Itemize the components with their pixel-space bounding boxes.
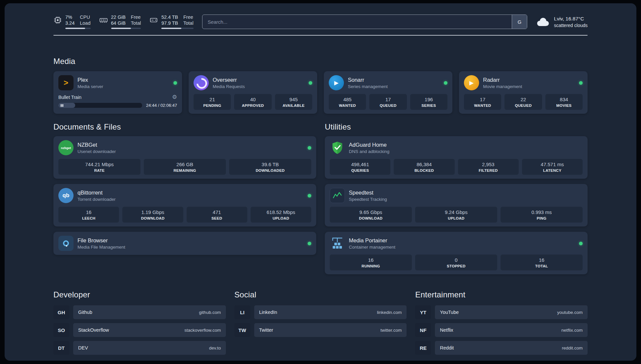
stat-tile-blocked: 86,384 BLOCKED	[394, 159, 454, 175]
search-input[interactable]	[202, 15, 512, 29]
bookmarks-grid: Developer GH Github github.com SO StackO…	[53, 290, 588, 359]
app-card-speedtest[interactable]: Speedtest Speedtest Tracking 9.65 Gbps D…	[325, 184, 588, 227]
cpu-widget: 7% CPU 3.24 Load	[53, 15, 91, 29]
plex-now-playing: Bullet Train ⚙ 24:44 / 02:06:47	[58, 94, 177, 108]
app-subtitle: Container management	[349, 245, 395, 250]
bookmark-reddit[interactable]: RE Reddit reddit.com	[415, 341, 588, 355]
bookmark-url: linkedin.com	[377, 310, 402, 315]
disk-total-value: 97.9 TB	[161, 20, 178, 26]
stat-tile-approved: 40 APPROVED	[234, 94, 271, 110]
weather-widget: Lviv, 16.87°C scattered clouds	[536, 16, 588, 28]
speedtest-icon	[330, 188, 345, 203]
cpu-progress-bar	[65, 28, 91, 29]
app-card-sonarr[interactable]: ▶ Sonarr Series management 485 WANTED 17…	[324, 71, 452, 114]
media-card-grid: > Plex Media server Bullet Train ⚙	[53, 71, 588, 114]
bookmark-url: github.com	[199, 310, 221, 315]
disk-widget: 52.4 TB Free 97.9 TB Total	[149, 15, 193, 29]
app-subtitle: Movie management	[483, 84, 522, 89]
app-name: Media Portainer	[349, 237, 395, 244]
app-subtitle: Series management	[348, 84, 388, 89]
bookmark-netflix[interactable]: NF Netflix netflix.com	[415, 323, 588, 337]
app-card-radarr[interactable]: ▶ Radarr Movie management 17 WANTED 22 Q…	[459, 71, 588, 114]
bookmark-name: LinkedIn	[259, 310, 277, 315]
portainer-icon	[330, 236, 345, 251]
stat-tile-remaining: 266 GB REMAINING	[144, 159, 226, 175]
app-name: Overseerr	[213, 77, 245, 83]
bookmarks-social: Social LI LinkedIn linkedin.com TW Twitt…	[234, 290, 407, 359]
bookmark-name: DEV	[78, 345, 88, 350]
radarr-icon: ▶	[464, 75, 479, 90]
qbittorrent-icon: qb	[58, 188, 74, 203]
ram-icon	[99, 16, 108, 24]
app-subtitle: Media Requests	[213, 84, 245, 89]
bookmark-name: Netflix	[440, 327, 453, 333]
app-card-qbittorrent[interactable]: qb qBittorrent Torrent downloader 16 LEE…	[53, 184, 316, 227]
nzbget-icon: nzbget	[58, 140, 74, 155]
bookmark-youtube[interactable]: YT YouTube youtube.com	[415, 305, 588, 319]
ram-total-value: 64 GiB	[111, 20, 126, 26]
bookmark-name: Reddit	[440, 345, 454, 350]
bookmark-linkedin[interactable]: LI LinkedIn linkedin.com	[234, 305, 407, 319]
app-subtitle: DNS and adblocking	[349, 149, 389, 154]
stat-tile-queued: 17 QUEUED	[369, 94, 407, 110]
stat-tile-wanted: 485 WANTED	[329, 94, 366, 110]
ram-widget: 22 GiB Free 64 GiB Total	[99, 15, 141, 29]
bookmark-abbr: SO	[53, 323, 69, 337]
cloud-icon	[536, 17, 550, 27]
stat-tile-running: 16 RUNNING	[330, 255, 412, 270]
disk-total-label: Total	[183, 20, 194, 26]
app-card-portainer[interactable]: Media Portainer Container management 16 …	[325, 232, 588, 274]
stat-tile-rate: 744.21 Mbps RATE	[58, 159, 140, 175]
bookmark-url: dev.to	[209, 346, 221, 350]
search-engine-button[interactable]: G	[512, 15, 527, 29]
bookmark-twitter[interactable]: TW Twitter twitter.com	[234, 323, 407, 337]
bookmark-abbr: DT	[53, 341, 69, 355]
app-name: NZBGet	[77, 142, 116, 148]
app-card-nzbget[interactable]: nzbget NZBGet Usenet downloader 744.21 M…	[53, 136, 316, 179]
top-bar: 7% CPU 3.24 Load 22 GiB Free 64 Gi	[53, 15, 588, 29]
ram-free-label: Free	[131, 15, 141, 20]
bookmark-github[interactable]: GH Github github.com	[53, 305, 226, 319]
app-card-plex[interactable]: > Plex Media server Bullet Train ⚙	[53, 71, 182, 114]
bookmarks-developer: Developer GH Github github.com SO StackO…	[53, 290, 226, 359]
app-subtitle: Speedtest Tracking	[349, 197, 387, 202]
stat-tile-total: 16 TOTAL	[501, 255, 583, 270]
status-dot-online	[308, 194, 311, 197]
seek-bar[interactable]	[58, 103, 142, 108]
header-divider	[53, 35, 588, 36]
app-name: AdGuard Home	[349, 142, 389, 148]
dashboard: 7% CPU 3.24 Load 22 GiB Free 64 Gi	[5, 3, 636, 361]
app-card-adguard[interactable]: AdGuard Home DNS and adblocking 498,461 …	[325, 136, 588, 179]
app-card-filebrowser[interactable]: File Browser Media File Management	[53, 232, 316, 255]
disk-icon	[149, 16, 158, 24]
app-card-overseerr[interactable]: Overseerr Media Requests 21 PENDING 40 A…	[189, 71, 317, 114]
filebrowser-icon	[58, 236, 74, 251]
utilities-column: Utilities AdGuard Home DNS and adblockin…	[325, 122, 588, 274]
bookmarks-entertainment: Entertainment YT YouTube youtube.com NF …	[415, 290, 588, 359]
bookmark-stackoverflow[interactable]: SO StackOverflow stackoverflow.com	[53, 323, 226, 337]
app-name: qBittorrent	[77, 190, 116, 196]
bookmark-abbr: YT	[415, 305, 431, 319]
section-title-utilities: Utilities	[325, 122, 588, 132]
stat-tile-queued: 22 QUEUED	[504, 94, 542, 110]
stat-tile-downloaded: 39.6 TB DOWNLOADED	[229, 159, 311, 175]
app-name: Plex	[77, 77, 103, 83]
bookmark-url: reddit.com	[562, 346, 583, 350]
stat-tile-series: 196 SERIES	[410, 94, 447, 110]
stat-tile-pending: 21 PENDING	[194, 94, 231, 110]
player-settings-icon[interactable]: ⚙	[172, 94, 177, 100]
ram-progress-bar	[111, 28, 141, 29]
status-dot-online	[309, 81, 312, 85]
cpu-percent: 7%	[65, 15, 75, 20]
cpu-icon	[53, 16, 62, 24]
bookmark-dev-to[interactable]: DT DEV dev.to	[53, 341, 226, 355]
sonarr-icon: ▶	[329, 75, 344, 90]
stat-tile-leech: 16 LEECH	[58, 207, 119, 223]
disk-progress-bar	[161, 28, 193, 29]
screen: 7% CPU 3.24 Load 22 GiB Free 64 Gi	[0, 0, 641, 364]
plex-icon: >	[58, 75, 74, 90]
app-name: Sonarr	[348, 77, 388, 83]
bookmark-name: StackOverflow	[78, 327, 109, 333]
bookmark-abbr: TW	[234, 323, 250, 337]
pause-button[interactable]	[61, 104, 63, 107]
